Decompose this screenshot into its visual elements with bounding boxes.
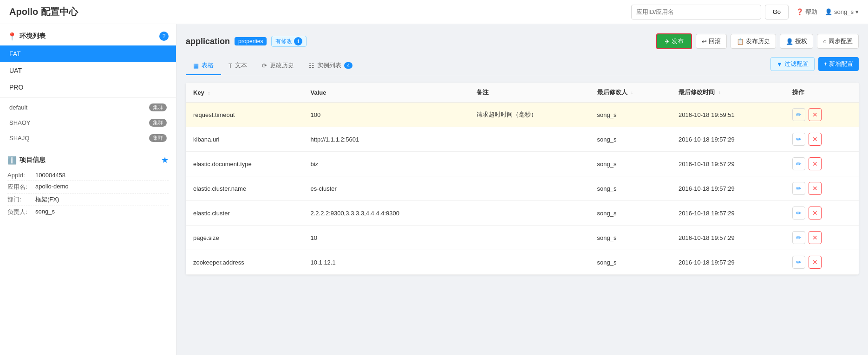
cell-key: request.timeout [186,103,303,127]
col-last-time: 最后修改时间 ↕ [671,83,784,103]
cell-last-time: 2016-10-18 19:57:29 [671,250,784,275]
cluster-badge: 集群 [149,134,167,142]
delete-button[interactable]: ✕ [809,157,822,170]
header-search: Go [631,5,789,19]
delete-button[interactable]: ✕ [809,108,822,121]
cluster-badge: 集群 [149,103,167,111]
cell-comment: 请求超时时间（毫秒） [469,103,589,127]
sync-icon: ○ [823,38,827,45]
sort-key-icon[interactable]: ↕ [208,90,210,96]
env-section-title: 📍 环境列表 [7,32,46,41]
edit-button[interactable]: ✏ [792,182,805,195]
rollback-button[interactable]: ↩ 回滚 [696,34,727,49]
tab-list: ▦ 表格 T 文本 ⟳ 更改历史 ☷ 实例列表 4 [186,57,360,75]
edit-button[interactable]: ✏ [792,207,805,219]
env-sub-list: default 集群 SHAOY 集群 SHAJQ 集群 [0,100,176,146]
cell-key: elastic.document.type [186,152,303,176]
delete-button[interactable]: ✕ [809,207,822,219]
env-sub-label: SHAOY [9,119,31,126]
delete-button[interactable]: ✕ [809,133,822,146]
cell-last-time: 2016-10-18 19:57:29 [671,201,784,226]
action-buttons: ✈ 发布 ↩ 回滚 📋 发布历史 👤 授权 ○ 同步配置 [656,33,859,49]
edit-button[interactable]: ✏ [792,108,805,121]
cell-value: 10 [303,226,469,250]
publish-button[interactable]: ✈ 发布 [656,33,692,49]
env-help-icon[interactable]: ? [159,32,169,41]
cell-last-time: 2016-10-18 19:57:29 [671,226,784,250]
info-icon: ℹ️ [7,156,17,165]
project-info-appname: 应用名: apollo-demo [7,181,169,194]
cell-ops: ✏ ✕ [785,226,859,250]
table-row: elastic.cluster 2.2.2.2:9300,3.3.3.3,4.4… [186,201,859,226]
cell-key: page.size [186,226,303,250]
cell-comment [469,250,589,275]
env-sub-item-shajq[interactable]: SHAJQ 集群 [9,130,176,146]
user-icon: 👤 [825,8,832,15]
sort-modifier-icon[interactable]: ↕ [631,90,633,95]
cell-comment [469,152,589,176]
env-sub-item-default[interactable]: default 集群 [9,100,176,115]
favorite-star-icon[interactable]: ★ [161,155,169,165]
cell-last-modifier: song_s [590,103,671,127]
env-item-fat[interactable]: FAT [0,45,176,62]
cell-comment [469,127,589,152]
help-link[interactable]: ❓ 帮助 [796,8,817,16]
auth-button[interactable]: 👤 授权 [780,34,813,49]
cell-last-modifier: song_s [590,152,671,176]
sync-button[interactable]: ○ 同步配置 [817,34,859,49]
cell-ops: ✏ ✕ [785,250,859,275]
tab-change-history[interactable]: ⟳ 更改历史 [255,57,301,75]
search-input[interactable] [631,5,761,19]
cell-key: elastic.cluster.name [186,176,303,201]
env-sub-item-shaoy[interactable]: SHAOY 集群 [9,115,176,130]
properties-badge: properties [235,37,267,45]
sidebar: 📍 环境列表 ? FAT UAT PRO default 集群 SHAOY 集群 [0,24,176,355]
col-last-modifier: 最后修改人 ↕ [590,83,671,103]
auth-icon: 👤 [786,38,793,45]
cell-value: 2.2.2.2:9300,3.3.3.3,4.4.4.4:9300 [303,201,469,226]
cell-last-time: 2016-10-18 19:57:29 [671,176,784,201]
tab-instances[interactable]: ☷ 实例列表 4 [301,57,360,75]
edit-button[interactable]: ✏ [792,133,805,146]
edit-button[interactable]: ✏ [792,256,805,269]
col-comment: 备注 [469,83,589,103]
tab-text[interactable]: T 文本 [221,57,255,75]
modified-count: 1 [294,37,302,45]
env-item-pro[interactable]: PRO [0,79,176,96]
cell-value: http://1.1.1.2:5601 [303,127,469,152]
cell-value: 10.1.12.1 [303,250,469,275]
appid-value: 100004458 [35,172,65,179]
filter-button[interactable]: ▼ 过滤配置 [770,57,815,71]
user-menu[interactable]: 👤 song_s ▾ [825,8,859,15]
search-button[interactable]: Go [765,5,789,19]
appname-label: 应用名: [7,183,35,191]
env-list: FAT UAT PRO [0,45,176,96]
rollback-icon: ↩ [702,38,707,45]
header-right: Go ❓ 帮助 👤 song_s ▾ [631,5,859,19]
env-divider [0,97,176,98]
tab-table[interactable]: ▦ 表格 [186,57,221,75]
table-row: elastic.document.type biz song_s 2016-10… [186,152,859,176]
cell-last-modifier: song_s [590,250,671,275]
env-sub-label: default [9,104,27,111]
history-button[interactable]: 📋 发布历史 [731,34,776,49]
col-key: Key ↕ [186,83,303,103]
sort-time-icon[interactable]: ↕ [718,90,721,95]
cell-comment [469,176,589,201]
delete-button[interactable]: ✕ [809,231,822,244]
env-section-header: 📍 环境列表 ? [0,32,176,45]
delete-button[interactable]: ✕ [809,182,822,195]
env-sub-label: SHAJQ [9,135,29,142]
dept-label: 部门: [7,195,35,204]
cell-last-modifier: song_s [590,201,671,226]
table-header-row: Key ↕ Value 备注 最后修改人 ↕ 最后修改时间 ↕ 操作 [186,83,859,103]
env-item-uat[interactable]: UAT [0,62,176,79]
edit-button[interactable]: ✏ [792,157,805,170]
cell-value: biz [303,152,469,176]
question-icon: ❓ [796,8,803,15]
table-row: elastic.cluster.name es-cluster song_s 2… [186,176,859,201]
add-config-button[interactable]: + 新增配置 [818,57,859,71]
delete-button[interactable]: ✕ [809,256,822,269]
edit-button[interactable]: ✏ [792,231,805,244]
col-value: Value [303,83,469,103]
